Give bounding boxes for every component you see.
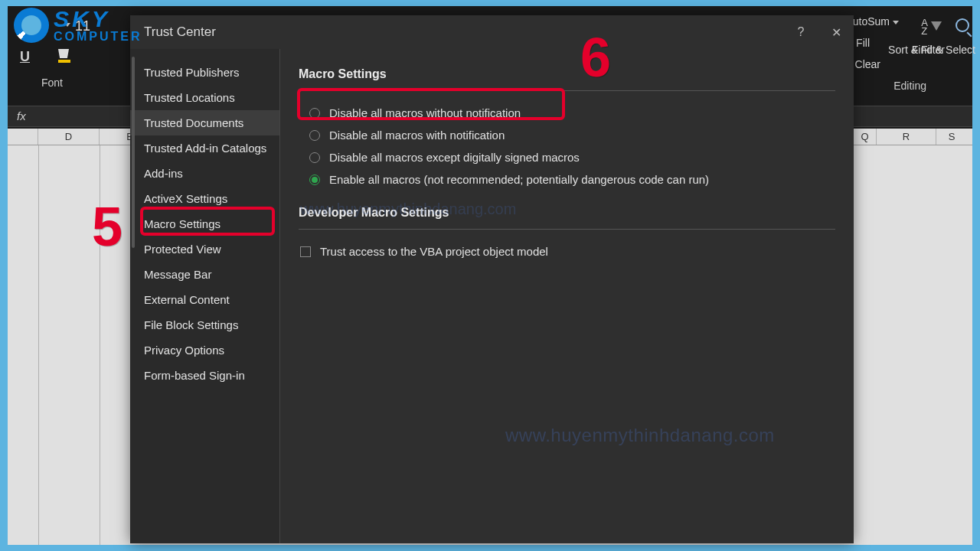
- trust-center-dialog: Trust Center ? ✕ Trusted Publishers Trus…: [130, 15, 854, 543]
- column-header[interactable]: Q: [854, 129, 877, 145]
- sidebar-item-trusted-locations[interactable]: Trusted Locations: [130, 85, 279, 110]
- column-header[interactable]: S: [936, 129, 967, 145]
- sidebar-item-trusted-publishers[interactable]: Trusted Publishers: [130, 60, 279, 85]
- find-select-button[interactable]: Find & Select: [912, 44, 975, 55]
- column-header[interactable]: D: [38, 129, 100, 145]
- logo-text-sky: SKY: [54, 8, 142, 31]
- dialog-titlebar: Trust Center ? ✕: [130, 15, 854, 49]
- macro-option-disable-without-notification[interactable]: Disable all macros without notification: [299, 102, 835, 124]
- checkbox-icon: [300, 246, 311, 257]
- fill-button[interactable]: Fill: [856, 37, 871, 49]
- sort-az-icon: A Z: [921, 18, 928, 35]
- logo-text-computer: COMPUTER: [54, 31, 142, 43]
- sidebar-item-activex-settings[interactable]: ActiveX Settings: [130, 186, 279, 211]
- column-header[interactable]: R: [877, 129, 936, 145]
- chevron-down-icon[interactable]: [893, 21, 899, 24]
- column-headers-right: Q R S: [854, 129, 972, 145]
- sidebar-item-protected-view[interactable]: Protected View: [130, 236, 279, 262]
- sidebar-item-external-content[interactable]: External Content: [130, 287, 279, 312]
- sidebar-item-privacy-options[interactable]: Privacy Options: [130, 337, 279, 363]
- sidebar-item-trusted-documents[interactable]: Trusted Documents: [130, 110, 279, 135]
- radio-icon: [309, 130, 320, 141]
- watermark: www.huyenmythinhdanang.com: [505, 425, 775, 446]
- sky-computer-logo: SKY COMPUTER: [14, 8, 142, 43]
- divider: [299, 90, 835, 91]
- close-button[interactable]: ✕: [818, 15, 854, 49]
- annotation-number-5: 5: [92, 195, 122, 258]
- macro-settings-heading: Macro Settings: [299, 67, 835, 81]
- scrollbar-thumb[interactable]: [132, 57, 135, 248]
- fill-color-icon[interactable]: [58, 49, 74, 63]
- editing-group-label: Editing: [893, 80, 926, 92]
- sidebar-item-trusted-addin-catalogs[interactable]: Trusted Add-in Catalogs: [130, 135, 279, 161]
- trust-vba-access-checkbox-row[interactable]: Trust access to the VBA project object m…: [299, 240, 835, 262]
- radio-label: Disable all macros except digitally sign…: [329, 151, 580, 164]
- search-icon: [956, 18, 969, 32]
- sidebar-item-file-block-settings[interactable]: File Block Settings: [130, 312, 279, 337]
- logo-swirl-icon: [14, 8, 49, 43]
- macro-option-disable-with-notification[interactable]: Disable all macros with notification: [299, 124, 835, 146]
- help-button[interactable]: ?: [783, 15, 818, 49]
- font-group-label: Font: [41, 77, 63, 89]
- sidebar-item-add-ins[interactable]: Add-ins: [130, 161, 279, 186]
- underline-icon[interactable]: U: [20, 49, 30, 65]
- watermark: www.huyenmythinhdanang.com: [300, 201, 516, 218]
- sidebar-item-message-bar[interactable]: Message Bar: [130, 262, 279, 287]
- filter-icon: [931, 21, 942, 31]
- fx-label: fx: [17, 109, 26, 122]
- annotation-number-6: 6: [580, 26, 611, 89]
- trust-center-sidebar: Trusted Publishers Trusted Locations Tru…: [130, 49, 280, 543]
- dialog-title: Trust Center: [144, 24, 216, 40]
- checkbox-label: Trust access to the VBA project object m…: [320, 245, 548, 258]
- trust-center-content: Macro Settings Disable all macros withou…: [280, 49, 854, 543]
- radio-icon: [309, 174, 320, 185]
- sidebar-item-macro-settings[interactable]: Macro Settings: [130, 211, 279, 236]
- radio-label: Enable all macros (not recommended; pote…: [329, 173, 709, 186]
- macro-option-enable-all[interactable]: Enable all macros (not recommended; pote…: [299, 168, 835, 191]
- macro-option-disable-except-signed[interactable]: Disable all macros except digitally sign…: [299, 146, 835, 168]
- radio-icon: [309, 108, 320, 119]
- divider: [299, 229, 835, 230]
- radio-label: Disable all macros with notification: [329, 129, 505, 142]
- radio-icon: [309, 152, 320, 163]
- clear-button[interactable]: Clear: [855, 58, 882, 70]
- sidebar-item-form-based-signin[interactable]: Form-based Sign-in: [130, 363, 279, 388]
- radio-label: Disable all macros without notification: [329, 106, 521, 119]
